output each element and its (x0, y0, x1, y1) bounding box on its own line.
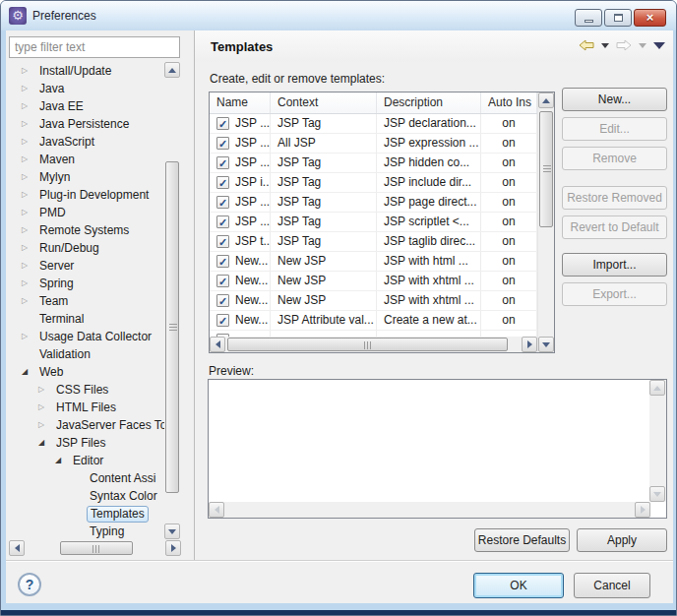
template-checkbox[interactable]: ✓ (216, 156, 229, 169)
tree-vertical-scrollbar[interactable] (164, 62, 181, 539)
table-row[interactable]: ✓JSP ...JSP TagJSP hidden co...on (210, 154, 537, 173)
collapse-icon[interactable]: ◢ (55, 452, 70, 469)
table-row[interactable]: ✓New...JSP Attribute val...Create a new … (210, 311, 537, 331)
expand-icon[interactable]: ▷ (22, 275, 36, 292)
expand-icon[interactable]: ▷ (22, 115, 36, 133)
column-header-name[interactable]: Name (210, 92, 271, 113)
expand-icon[interactable]: ▷ (38, 416, 53, 434)
scroll-right-button[interactable] (522, 337, 537, 352)
forward-history-dropdown-icon[interactable] (639, 43, 646, 48)
template-checkbox[interactable]: ✓ (216, 294, 229, 307)
edit-button[interactable]: Edit... (562, 117, 667, 141)
table-horizontal-scrollbar[interactable] (210, 337, 537, 352)
template-checkbox[interactable]: ✓ (216, 235, 229, 248)
tree-item-usage-data-collector[interactable]: ▷Usage Data Collector (9, 328, 168, 345)
tree-item-pmd[interactable]: ▷PMD (9, 204, 168, 221)
maximize-button[interactable] (604, 9, 632, 27)
scroll-left-button[interactable] (210, 337, 225, 352)
tree-item-team[interactable]: ▷Team (9, 292, 168, 310)
expand-icon[interactable]: ▷ (38, 399, 53, 416)
preview-box[interactable] (208, 379, 667, 519)
tree-item-java-ee[interactable]: ▷Java EE (9, 97, 168, 115)
table-row[interactable]: ✓New...New JSPJSP with xhtml ...on (210, 291, 537, 311)
scroll-down-button[interactable] (649, 486, 665, 502)
expand-icon[interactable]: ▷ (22, 257, 36, 275)
tree-item-mylyn[interactable]: ▷Mylyn (9, 168, 168, 186)
scroll-thumb[interactable] (227, 338, 508, 351)
tree-item-maven[interactable]: ▷Maven (9, 151, 168, 168)
scroll-right-button[interactable] (165, 540, 181, 556)
tree-item-typing[interactable]: Typing (9, 523, 168, 540)
import-button[interactable]: Import... (562, 253, 667, 277)
template-checkbox[interactable]: ✓ (216, 275, 229, 287)
export-button[interactable]: Export... (562, 282, 667, 306)
tree-item-java-persistence[interactable]: ▷Java Persistence (9, 115, 168, 133)
tree-item-javaserver-faces-to[interactable]: ▷JavaServer Faces To (9, 416, 168, 434)
tree-item-css-files[interactable]: ▷CSS Files (9, 381, 168, 399)
back-icon[interactable] (579, 39, 594, 51)
tree-item-java[interactable]: ▷Java (9, 80, 168, 97)
template-checkbox[interactable]: ✓ (216, 117, 229, 130)
tree-item-javascript[interactable]: ▷JavaScript (9, 133, 168, 151)
expand-icon[interactable]: ▷ (22, 204, 36, 221)
scroll-up-button[interactable] (649, 380, 665, 396)
help-button[interactable]: ? (18, 573, 41, 596)
cancel-button[interactable]: Cancel (574, 573, 650, 598)
tree-horizontal-scrollbar[interactable] (9, 540, 181, 557)
view-menu-icon[interactable] (653, 42, 665, 49)
column-header-description[interactable]: Description (377, 92, 481, 113)
scroll-thumb[interactable] (60, 541, 133, 555)
tree-item-html-files[interactable]: ▷HTML Files (9, 399, 168, 416)
preview-vertical-scrollbar[interactable] (649, 380, 666, 502)
preview-horizontal-scrollbar[interactable] (209, 502, 650, 518)
table-row[interactable]: ✓New...New JSPJSP with html ...on (210, 252, 537, 272)
collapse-icon[interactable]: ◢ (38, 434, 53, 452)
remove-button[interactable]: Remove (562, 147, 667, 170)
tree-item-validation[interactable]: Validation (9, 345, 168, 363)
scroll-left-button[interactable] (209, 502, 224, 518)
scroll-up-button[interactable] (164, 62, 180, 78)
template-checkbox[interactable]: ✓ (216, 137, 229, 150)
tree-item-spring[interactable]: ▷Spring (9, 275, 168, 292)
scroll-thumb[interactable] (539, 111, 553, 227)
tree-item-terminal[interactable]: Terminal (9, 310, 168, 328)
table-row[interactable]: ✓JSP ...JSP TagJSP declaration...on (210, 114, 537, 134)
tree-item-web[interactable]: ◢Web (9, 363, 168, 381)
template-checkbox[interactable]: ✓ (216, 176, 229, 189)
forward-icon[interactable] (616, 39, 632, 51)
expand-icon[interactable]: ▷ (22, 239, 36, 257)
scroll-left-button[interactable] (9, 540, 25, 556)
tree-item-editor[interactable]: ◢Editor (9, 452, 168, 469)
column-header-auto-ins[interactable]: Auto Ins (481, 92, 537, 113)
new-button[interactable]: New... (562, 88, 667, 111)
close-button[interactable]: × (634, 9, 666, 27)
restore-removed-button[interactable]: Restore Removed (562, 186, 667, 210)
scroll-down-button[interactable] (164, 524, 180, 539)
tree-item-remote-systems[interactable]: ▷Remote Systems (9, 221, 168, 239)
expand-icon[interactable]: ▷ (22, 133, 36, 151)
table-row[interactable]: ✓JSP t...JSP TagJSP taglib direc...on (210, 232, 537, 252)
collapse-icon[interactable]: ◢ (22, 363, 36, 381)
template-checkbox[interactable]: ✓ (216, 255, 229, 268)
expand-icon[interactable]: ▷ (22, 80, 36, 97)
tree-item-plug-in-development[interactable]: ▷Plug-in Development (9, 186, 168, 204)
expand-icon[interactable]: ▷ (22, 186, 36, 204)
scroll-up-button[interactable] (538, 92, 554, 108)
apply-button[interactable]: Apply (577, 528, 667, 552)
template-checkbox[interactable]: ✓ (216, 216, 229, 228)
tree-item-templates[interactable]: Templates (9, 505, 168, 523)
table-row[interactable]: ✓JSP i...JSP TagJSP include dir...on (210, 173, 537, 193)
expand-icon[interactable]: ▷ (22, 292, 36, 310)
template-checkbox[interactable]: ✓ (216, 196, 229, 209)
scroll-thumb[interactable] (165, 161, 179, 493)
back-history-dropdown-icon[interactable] (601, 43, 609, 48)
restore-defaults-button[interactable]: Restore Defaults (474, 528, 570, 552)
tree-item-server[interactable]: ▷Server (9, 257, 168, 275)
scroll-down-button[interactable] (538, 337, 554, 352)
tree-item-run-debug[interactable]: ▷Run/Debug (9, 239, 168, 257)
minimize-button[interactable] (575, 9, 602, 27)
table-row[interactable]: ✓JSP ...All JSPJSP expression ...on (210, 134, 537, 154)
expand-icon[interactable]: ▷ (22, 97, 36, 115)
expand-icon[interactable]: ▷ (22, 168, 36, 186)
expand-icon[interactable]: ▷ (22, 151, 36, 168)
